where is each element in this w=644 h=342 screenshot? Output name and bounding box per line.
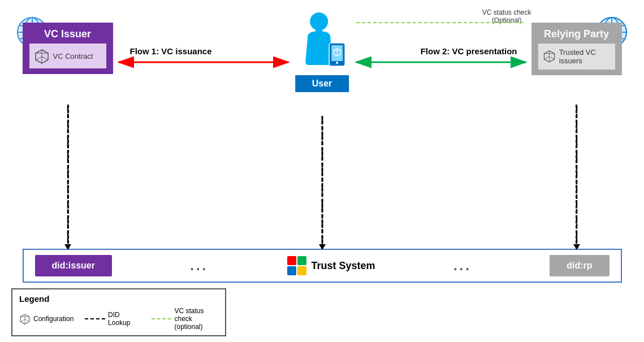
svg-line-15 <box>42 57 48 60</box>
cube-icon-rp <box>543 48 556 64</box>
svg-line-20 <box>549 57 554 59</box>
vc-contract-label: VC Contract <box>53 52 93 60</box>
phone-icon <box>328 42 346 67</box>
flow2-label: Flow 2: VC presentation <box>421 46 517 56</box>
dashed-line-issuer <box>67 105 69 249</box>
dashed-line-user <box>321 116 323 249</box>
user-figure: User <box>295 11 349 92</box>
svg-line-19 <box>544 57 549 59</box>
trust-system-center: Trust System <box>287 256 375 276</box>
relying-party-box: Relying Party Trusted VC issuers <box>531 23 622 75</box>
legend-did-label: DID Lookup <box>108 311 140 327</box>
legend-cube-icon <box>19 313 31 324</box>
legend-box: Legend Configuration DID Lookup VC statu… <box>11 288 226 336</box>
svg-rect-31 <box>287 266 296 275</box>
svg-point-21 <box>310 12 328 31</box>
flow1-label: Flow 1: VC issuance <box>130 46 212 56</box>
relying-party-title: Relying Party <box>538 28 615 40</box>
svg-point-28 <box>336 62 338 64</box>
legend-item-config: Configuration <box>19 313 74 324</box>
svg-rect-22 <box>315 29 322 34</box>
user-icon-group <box>302 11 342 73</box>
vc-issuer-title: VC Issuer <box>29 28 106 40</box>
trust-system-label: Trust System <box>312 260 375 272</box>
legend-item-vc-status: VC status check (optional) <box>152 307 218 331</box>
svg-rect-32 <box>297 266 306 275</box>
vc-status-text: VC status check <box>482 8 531 16</box>
dots-right: ... <box>453 258 472 274</box>
legend-config-label: Configuration <box>33 315 74 323</box>
dots-left: ... <box>190 258 208 274</box>
did-issuer-box: did:issuer <box>35 255 112 276</box>
trust-system-box: did:issuer ... Trust System ... did:rp <box>23 249 622 283</box>
svg-line-14 <box>36 57 42 60</box>
trusted-vc-area: Trusted VC issuers <box>538 44 615 70</box>
svg-line-51 <box>25 319 29 322</box>
main-area: VC Issuer VC Contract Relying Party <box>11 6 633 283</box>
dashed-line-rp <box>576 105 577 249</box>
legend-vc-status-label: VC status check (optional) <box>174 307 218 331</box>
diagram-container: VC Issuer VC Contract Relying Party <box>0 0 644 342</box>
legend-dashed-line <box>85 318 105 319</box>
user-label: User <box>295 75 349 92</box>
legend-dotted-line <box>152 318 172 319</box>
vc-status-optional: (Optional) <box>482 16 531 24</box>
legend-title: Legend <box>19 294 218 304</box>
svg-rect-29 <box>287 256 296 265</box>
legend-item-did: DID Lookup <box>85 311 140 327</box>
svg-rect-30 <box>297 256 306 265</box>
trust-system-icon <box>287 256 307 276</box>
legend-items: Configuration DID Lookup VC status check… <box>19 307 218 331</box>
vc-issuer-box: VC Issuer VC Contract <box>23 23 113 74</box>
svg-line-50 <box>20 319 25 322</box>
trusted-vc-label: Trusted VC issuers <box>559 48 611 65</box>
did-rp-box: did:rp <box>550 255 609 276</box>
vc-contract-area: VC Contract <box>29 44 106 68</box>
vc-status-label: VC status check (Optional) <box>482 8 531 24</box>
cube-icon-issuer <box>34 48 50 64</box>
